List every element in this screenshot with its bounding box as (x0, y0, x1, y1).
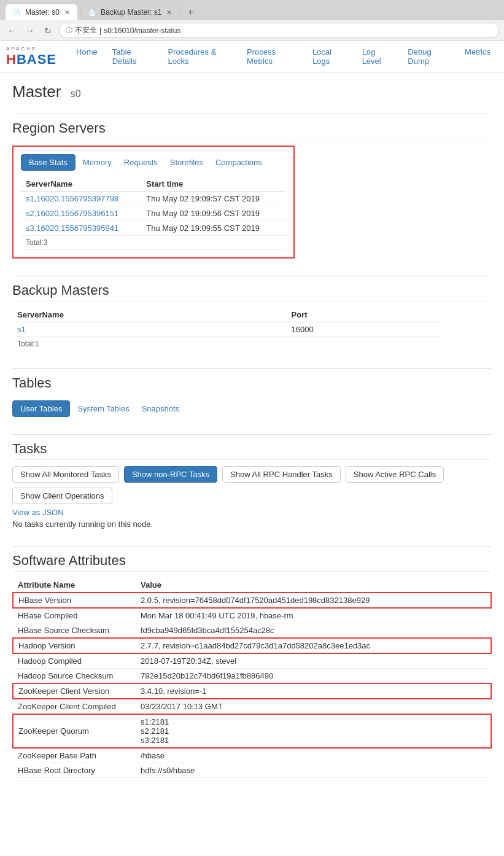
attr-name-1: HBase Compiled (13, 608, 136, 623)
total-row: Total:3 (21, 236, 286, 250)
show-all-monitored-btn[interactable]: Show All Monitored Tasks (12, 466, 119, 483)
table-row: s3,16020,1556795395941 Thu May 02 19:09:… (21, 221, 286, 236)
col-start-time: Start time (141, 177, 286, 192)
server-name-2[interactable]: s2,16020,1556795396151 (21, 206, 141, 221)
nav-procedures-locks[interactable]: Procedures & Locks (161, 45, 240, 68)
system-tables-tab[interactable]: System Tables (72, 400, 134, 417)
hbase-logo: APACHE HBASE (6, 46, 56, 68)
attr-name-8: ZooKeeper Quorum (13, 714, 136, 748)
attr-value-7: 03/23/2017 10:13 GMT (136, 699, 491, 714)
table-row: ZooKeeper Client Version3.4.10, revision… (13, 683, 491, 699)
nav-metrics[interactable]: Metrics (457, 45, 498, 68)
logo-apache-text: APACHE (6, 46, 56, 52)
table-row: ZooKeeper Quorums1:2181 s2:2181 s3:2181 (13, 714, 491, 748)
table-row: HBase Root Directoryhdfs://s0/hbase (13, 763, 491, 778)
show-active-rpc-btn[interactable]: Show Active RPC Calls (346, 466, 444, 483)
view-json-link[interactable]: View as JSON (12, 508, 492, 517)
tasks-buttons: Show All Monitored Tasks Show non-RPC Ta… (12, 466, 492, 504)
logo-hbase-text: HBASE (6, 52, 56, 68)
attr-col-value: Value (136, 578, 491, 593)
show-all-rpc-btn[interactable]: Show All RPC Handler Tasks (222, 466, 341, 483)
address-input[interactable]: ⓘ 不安全 | s0:16010/master-status (59, 23, 499, 38)
inactive-tab-label: Backup Master: s1 (101, 8, 161, 17)
attr-name-9: ZooKeeper Base Path (13, 748, 136, 763)
bm-total-row: Total:1 (12, 337, 442, 351)
region-servers-section: Region Servers Base Stats Memory Request… (12, 120, 492, 259)
attr-value-2: fd9cba949d65fd3bca4df155254ac28c (136, 623, 491, 639)
page-content: Master s0 Region Servers Base Stats Memo… (0, 72, 504, 805)
attr-value-1: Mon Mar 18 00:41:49 UTC 2019, hbase-rm (136, 608, 491, 623)
attr-value-6: 3.4.10, revision=-1 (136, 683, 491, 699)
region-server-tabs: Base Stats Memory Requests Storefiles Co… (21, 154, 286, 171)
attr-value-4: 2018-07-19T20:34Z, stevel (136, 653, 491, 669)
tab-icon: 📄 (13, 9, 20, 16)
user-tables-tab[interactable]: User Tables (12, 400, 70, 417)
base-stats-tab[interactable]: Base Stats (21, 154, 76, 171)
new-tab-button[interactable]: + (182, 4, 198, 20)
active-tab-label: Master: s0 (25, 8, 60, 17)
attr-value-3: 2.7.7, revision=c1aad84bd27cd79c3d1a7dd5… (136, 638, 491, 653)
software-attributes-section: Software Attributes Attribute Name Value… (12, 553, 492, 778)
address-separator: | (99, 26, 101, 35)
nav-home[interactable]: Home (69, 45, 105, 68)
nav-log-level[interactable]: Log Level (355, 45, 401, 68)
no-tasks-text: No tasks currently running on this node. (12, 519, 492, 529)
bm-port-1: 16000 (287, 322, 442, 337)
tables-section: Tables User Tables System Tables Snapsho… (12, 375, 492, 417)
col-server-name: ServerName (21, 177, 141, 192)
attr-name-0: HBase Version (13, 593, 136, 608)
table-row: s2,16020,1556795396151 Thu May 02 19:09:… (21, 206, 286, 221)
bm-col-server: ServerName (12, 308, 287, 322)
inactive-tab[interactable]: 📄 Backup Master: s1 ✕ (80, 4, 180, 20)
show-non-rpc-btn[interactable]: Show non-RPC Tasks (124, 466, 217, 483)
server-name-3[interactable]: s3,16020,1556795395941 (21, 221, 141, 236)
attr-name-2: HBase Source Checksum (13, 623, 136, 639)
attr-col-name: Attribute Name (13, 578, 136, 593)
compactions-tab[interactable]: Compactions (211, 154, 267, 171)
region-servers-table: ServerName Start time s1,16020,155679539… (21, 177, 286, 250)
tab-icon-2: 📄 (88, 9, 96, 16)
attr-value-8: s1:2181 s2:2181 s3:2181 (136, 714, 491, 748)
requests-tab[interactable]: Requests (119, 154, 163, 171)
reload-button[interactable]: ↻ (42, 25, 54, 37)
nav-local-logs[interactable]: Local Logs (305, 45, 355, 68)
nav-links: Home Table Details Procedures & Locks Pr… (69, 45, 498, 68)
snapshots-tab[interactable]: Snapshots (137, 400, 184, 417)
nav-table-details[interactable]: Table Details (105, 45, 161, 68)
bm-server-1[interactable]: s1 (12, 322, 287, 337)
table-row: Hadoop Version2.7.7, revision=c1aad84bd2… (13, 638, 491, 653)
attr-value-9: /hbase (136, 748, 491, 763)
tasks-title: Tasks (12, 441, 492, 460)
table-row: Hadoop Source Checksum792e15d20b12c74bd6… (13, 669, 491, 684)
table-row: HBase CompiledMon Mar 18 00:41:49 UTC 20… (13, 608, 491, 623)
nav-process-metrics[interactable]: Process Metrics (239, 45, 305, 68)
active-tab-close[interactable]: ✕ (64, 9, 70, 17)
backup-masters-title: Backup Masters (12, 282, 492, 302)
table-row: ZooKeeper Client Compiled03/23/2017 10:1… (13, 699, 491, 714)
attr-name-7: ZooKeeper Client Compiled (13, 699, 136, 714)
software-attributes-table: Attribute Name Value HBase Version2.0.5,… (12, 578, 492, 778)
active-tab[interactable]: 📄 Master: s0 ✕ (5, 4, 78, 20)
backup-masters-table: ServerName Port s1 16000 Total:1 (12, 308, 442, 351)
server-name-1[interactable]: s1,16020,1556795397798 (21, 192, 141, 206)
table-row: HBase Version2.0.5, revision=76458dd074d… (13, 593, 491, 608)
storefiles-tab[interactable]: Storefiles (165, 154, 208, 171)
attr-name-3: Hadoop Version (13, 638, 136, 653)
show-client-ops-btn[interactable]: Show Client Operations (12, 488, 112, 504)
memory-tab[interactable]: Memory (78, 154, 117, 171)
attr-name-10: HBase Root Directory (13, 763, 136, 778)
table-row: HBase Source Checksumfd9cba949d65fd3bca4… (13, 623, 491, 639)
inactive-tab-close[interactable]: ✕ (166, 9, 172, 17)
bm-total: Total:1 (12, 337, 287, 351)
forward-button[interactable]: → (23, 25, 37, 37)
table-row: s1 16000 (12, 322, 442, 337)
attr-name-4: Hadoop Compiled (13, 653, 136, 669)
table-row: s1,16020,1556795397798 Thu May 02 19:09:… (21, 192, 286, 206)
table-row: Hadoop Compiled2018-07-19T20:34Z, stevel (13, 653, 491, 669)
page-title: Master s0 (12, 82, 492, 101)
total-label: Total:3 (21, 236, 141, 250)
start-time-2: Thu May 02 19:09:56 CST 2019 (141, 206, 286, 221)
start-time-1: Thu May 02 19:09:57 CST 2019 (141, 192, 286, 206)
nav-debug-dump[interactable]: Debug Dump (400, 45, 457, 68)
back-button[interactable]: ← (5, 25, 18, 37)
